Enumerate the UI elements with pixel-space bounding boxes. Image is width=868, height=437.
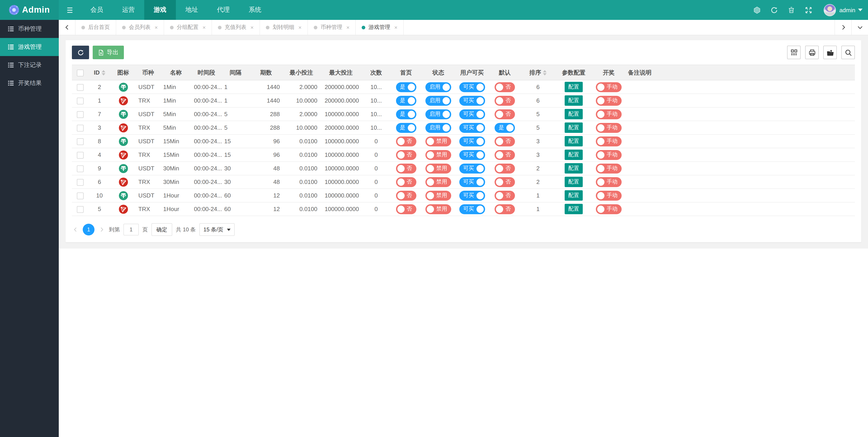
toggle-switch[interactable]: 否 <box>495 96 515 105</box>
toggle-switch[interactable]: 否 <box>396 190 416 200</box>
toggle-switch[interactable]: 手动 <box>596 109 622 119</box>
tab-transfer-detail[interactable]: 划转明细× <box>260 20 308 35</box>
row-checkbox[interactable] <box>76 165 84 172</box>
config-button[interactable]: 配置 <box>565 204 583 214</box>
row-checkbox[interactable] <box>76 138 84 145</box>
toggle-switch[interactable]: 可买 <box>459 123 485 133</box>
toggle-switch[interactable]: 否 <box>396 177 416 187</box>
toggle-switch[interactable]: 是 <box>396 123 416 133</box>
sidebar-item-bet-record[interactable]: 下注记录 <box>0 56 59 74</box>
toggle-switch[interactable]: 禁用 <box>426 150 451 160</box>
toggle-switch[interactable]: 手动 <box>596 163 622 173</box>
toggle-switch[interactable]: 可买 <box>459 109 485 119</box>
toggle-switch[interactable]: 禁用 <box>426 163 451 173</box>
row-checkbox[interactable] <box>76 179 84 186</box>
nav-item-operation[interactable]: 运营 <box>113 0 144 20</box>
toggle-switch[interactable]: 否 <box>396 204 416 214</box>
config-button[interactable]: 配置 <box>565 82 583 92</box>
tab-group-config[interactable]: 分组配置× <box>164 20 212 35</box>
toggle-switch[interactable]: 否 <box>396 163 416 173</box>
tab-home[interactable]: 后台首页 <box>75 20 116 35</box>
tab-close-icon[interactable]: × <box>250 25 254 30</box>
select-all-checkbox[interactable] <box>76 69 84 76</box>
toggle-switch[interactable]: 否 <box>495 109 515 119</box>
export-icon[interactable] <box>823 45 837 59</box>
toggle-switch[interactable]: 禁用 <box>426 190 451 200</box>
toggle-switch[interactable]: 可买 <box>459 136 485 146</box>
tabs-scroll-right-icon[interactable] <box>835 20 851 35</box>
toggle-switch[interactable]: 手动 <box>596 123 622 133</box>
toggle-switch[interactable]: 是 <box>396 109 416 119</box>
col-sort[interactable]: 排序 <box>521 65 555 80</box>
print-icon[interactable] <box>805 45 819 59</box>
goto-confirm-button[interactable]: 确定 <box>151 223 172 236</box>
config-button[interactable]: 配置 <box>565 150 583 160</box>
tab-close-icon[interactable]: × <box>394 25 397 30</box>
toggle-switch[interactable]: 禁用 <box>426 204 451 214</box>
hexagon-icon[interactable] <box>748 0 766 20</box>
tabs-scroll-left-icon[interactable] <box>59 20 75 35</box>
refresh-button[interactable] <box>72 45 89 59</box>
goto-page-input[interactable] <box>123 224 139 236</box>
row-checkbox[interactable] <box>76 125 84 131</box>
trash-icon[interactable] <box>783 0 800 20</box>
toggle-switch[interactable]: 是 <box>495 123 515 133</box>
search-icon[interactable] <box>841 45 855 59</box>
toggle-switch[interactable]: 手动 <box>596 190 622 200</box>
nav-item-game[interactable]: 游戏 <box>144 0 176 20</box>
tab-recharge-list[interactable]: 充值列表× <box>212 20 260 35</box>
nav-item-address[interactable]: 地址 <box>176 0 208 20</box>
toggle-switch[interactable]: 可买 <box>459 177 485 187</box>
toggle-switch[interactable]: 启用 <box>426 123 451 133</box>
config-button[interactable]: 配置 <box>565 190 583 201</box>
collapse-menu-icon[interactable] <box>59 0 81 20</box>
toggle-switch[interactable]: 启用 <box>426 82 451 92</box>
user-menu[interactable]: admin <box>839 6 863 13</box>
config-button[interactable]: 配置 <box>565 163 583 174</box>
config-button[interactable]: 配置 <box>565 177 583 187</box>
toggle-switch[interactable]: 启用 <box>426 96 451 105</box>
tab-game-manage[interactable]: 游戏管理× <box>356 20 404 35</box>
toggle-switch[interactable]: 手动 <box>596 150 622 160</box>
toggle-switch[interactable]: 可买 <box>459 163 485 173</box>
toggle-switch[interactable]: 是 <box>396 82 416 92</box>
config-button[interactable]: 配置 <box>565 109 583 119</box>
toggle-switch[interactable]: 可买 <box>459 204 485 214</box>
toggle-switch[interactable]: 手动 <box>596 136 622 146</box>
sidebar-item-lottery-result[interactable]: 开奖结果 <box>0 74 59 92</box>
config-button[interactable]: 配置 <box>565 136 583 147</box>
toggle-switch[interactable]: 可买 <box>459 82 485 92</box>
toggle-switch[interactable]: 启用 <box>426 109 451 119</box>
config-button[interactable]: 配置 <box>565 95 583 106</box>
tabs-menu-icon[interactable] <box>851 20 868 35</box>
toggle-switch[interactable]: 否 <box>396 150 416 160</box>
tab-close-icon[interactable]: × <box>298 25 302 30</box>
toggle-switch[interactable]: 否 <box>495 177 515 187</box>
row-checkbox[interactable] <box>76 84 84 91</box>
toggle-switch[interactable]: 手动 <box>596 204 622 214</box>
toggle-switch[interactable]: 否 <box>495 190 515 200</box>
toggle-switch[interactable]: 否 <box>396 136 416 146</box>
tab-member-list[interactable]: 会员列表× <box>116 20 164 35</box>
toggle-switch[interactable]: 禁用 <box>426 136 451 146</box>
page-size-select[interactable]: 15 条/页 <box>199 223 235 236</box>
sidebar-item-currency-manage[interactable]: 币种管理 <box>0 20 59 38</box>
toggle-switch[interactable]: 禁用 <box>426 177 451 187</box>
toggle-switch[interactable]: 否 <box>495 204 515 214</box>
nav-item-member[interactable]: 会员 <box>81 0 113 20</box>
prev-page-icon[interactable] <box>72 226 79 233</box>
toggle-switch[interactable]: 是 <box>396 96 416 105</box>
toggle-switch[interactable]: 可买 <box>459 96 485 105</box>
nav-item-system[interactable]: 系统 <box>239 0 271 20</box>
user-avatar[interactable] <box>824 4 836 16</box>
toggle-switch[interactable]: 手动 <box>596 82 622 92</box>
toggle-switch[interactable]: 手动 <box>596 177 622 187</box>
toggle-switch[interactable]: 可买 <box>459 150 485 160</box>
tab-close-icon[interactable]: × <box>155 25 158 30</box>
row-checkbox[interactable] <box>76 152 84 158</box>
row-checkbox[interactable] <box>76 192 84 199</box>
sidebar-item-game-manage[interactable]: 游戏管理 <box>0 38 59 56</box>
row-checkbox[interactable] <box>76 206 84 213</box>
tab-close-icon[interactable]: × <box>346 25 349 30</box>
sort-icon[interactable] <box>543 70 547 75</box>
